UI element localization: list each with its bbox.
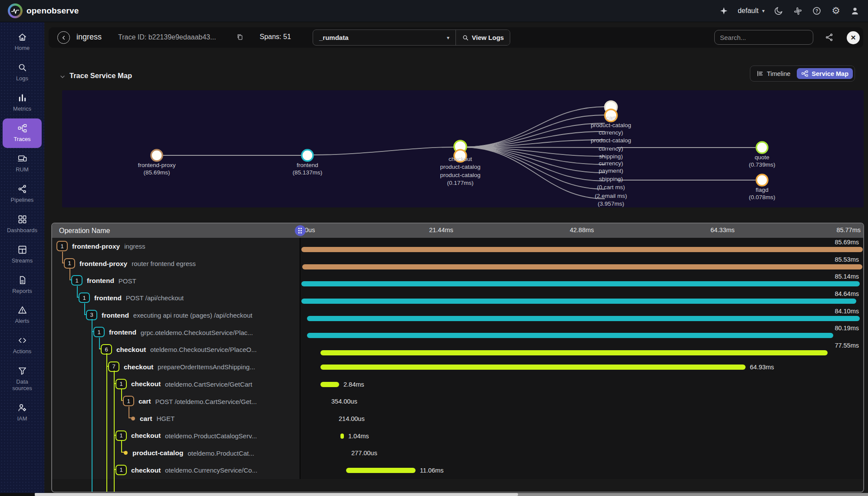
openobserve-logo — [8, 3, 23, 18]
span-row[interactable]: 1frontendPOST /api/checkout84.64ms — [52, 289, 863, 307]
sidebar-item-alerts[interactable]: Alerts — [3, 300, 42, 330]
service-node-flagd[interactable]: flagd(0.078ms) — [749, 174, 776, 200]
service-name: frontend — [87, 277, 114, 285]
user-avatar-icon[interactable] — [850, 6, 860, 16]
span-bar[interactable] — [320, 350, 828, 355]
services-cluster-node[interactable]: cartproduct-catalogcurrency)product-cata… — [591, 101, 631, 207]
service-map-toggle-button[interactable]: Service Map — [797, 68, 853, 79]
sidebar-item-metrics[interactable]: Metrics — [3, 88, 42, 118]
column-resize-handle[interactable] — [295, 225, 306, 236]
svg-text:frontend-proxy: frontend-proxy — [138, 162, 175, 168]
service-name: cart — [140, 415, 152, 423]
span-bar[interactable] — [302, 264, 862, 269]
span-duration: 64.93ms — [750, 364, 774, 371]
sidebar-item-traces[interactable]: Traces — [3, 118, 42, 148]
tree-connector-line — [106, 353, 107, 493]
org-name: default — [738, 7, 759, 15]
span-row[interactable]: 3frontendexecuting api route (pages) /ap… — [52, 307, 863, 324]
sidebar-item-reports[interactable]: Reports — [3, 270, 42, 300]
span-row[interactable]: 1frontend-proxyingress85.69ms — [52, 238, 863, 255]
child-count-badge: 1 — [56, 241, 68, 251]
close-button[interactable]: ✕ — [847, 31, 860, 44]
service-name: checkout — [131, 466, 161, 474]
span-duration: 77.55ms — [835, 342, 859, 349]
span-row[interactable]: 7checkoutprepareOrderItemsAndShipping...… — [52, 358, 863, 376]
sidebar-item-dashboards[interactable]: Dashboards — [3, 210, 42, 239]
span-bar[interactable] — [301, 247, 863, 252]
service-node-frontend[interactable]: frontend(85.137ms) — [293, 150, 322, 176]
span-row[interactable]: 1checkoutoteldemo.CartService/GetCart2.8… — [52, 376, 863, 393]
stream-select[interactable]: _rumdata ▾ — [313, 30, 455, 45]
dark-mode-icon[interactable] — [773, 6, 784, 16]
help-icon[interactable]: ? — [812, 6, 822, 16]
search-input[interactable] — [714, 30, 813, 45]
child-count-badge: 1 — [79, 292, 90, 303]
span-row[interactable]: 1frontendPOST85.14ms — [52, 272, 863, 289]
span-bar[interactable] — [346, 468, 416, 473]
service-node-frontend-proxy[interactable]: frontend-proxy(85.69ms) — [138, 150, 175, 176]
child-count-badge: 1 — [64, 258, 75, 269]
operation-name: oteldemo.ProductCatalogServ... — [165, 432, 257, 440]
service-map-canvas[interactable]: checkoutproduct-catalogproduct-catalog(0… — [62, 90, 864, 207]
span-row[interactable]: cartHGET214.00us — [52, 410, 863, 427]
sidebar-item-label: Data sources — [7, 379, 38, 392]
child-count-badge: 1 — [123, 396, 134, 406]
horizontal-scrollbar[interactable] — [35, 493, 868, 496]
metrics-icon — [17, 93, 27, 103]
sidebar-item-rum[interactable]: RUM — [3, 149, 42, 178]
waterfall-panel: Operation Name 0us21.44ms42.88ms64.33ms8… — [51, 223, 864, 493]
svg-text:product-catalog: product-catalog — [591, 137, 631, 144]
settings-gear-icon[interactable]: ⚙ — [831, 6, 841, 16]
brand-name: openobserve — [26, 6, 79, 16]
span-row[interactable]: 1cartPOST /oteldemo.CartService/Get...35… — [52, 393, 863, 410]
span-row[interactable]: 1frontend-proxyrouter frontend egress85.… — [52, 255, 863, 273]
span-bar[interactable] — [307, 316, 860, 321]
span-duration: 214.00us — [339, 415, 365, 422]
span-bar[interactable] — [301, 299, 856, 304]
child-count-badge: 1 — [116, 430, 127, 441]
sidebar-item-pipelines[interactable]: Pipelines — [3, 179, 42, 209]
svg-text:cart: cart — [606, 115, 616, 121]
service-name: frontend — [94, 294, 122, 302]
operation-name: POST /oteldemo.CartService/Get... — [155, 398, 257, 405]
tree-connector-line — [114, 371, 115, 493]
sidebar-item-iam[interactable]: IAM — [3, 398, 42, 427]
span-bar[interactable] — [340, 434, 344, 439]
sidebar-item-logs[interactable]: Logs — [3, 58, 42, 87]
org-selector[interactable]: default ▾ — [738, 7, 765, 15]
view-logs-button[interactable]: View Logs — [455, 30, 510, 45]
span-bar[interactable] — [320, 382, 339, 387]
sidebar-item-actions[interactable]: Actions — [3, 331, 42, 360]
collapse-chevron-icon[interactable] — [59, 73, 66, 80]
actions-icon — [17, 335, 27, 345]
tree-connector-line — [92, 319, 92, 493]
sidebar-item-home[interactable]: Home — [3, 27, 42, 57]
dashboards-icon — [17, 214, 27, 224]
svg-text:payment): payment) — [599, 168, 623, 174]
sparkle-icon[interactable] — [719, 6, 729, 16]
operation-name: executing api route (pages) /api/checkou… — [133, 312, 252, 319]
chevron-down-icon: ▾ — [447, 35, 449, 41]
span-duration: 85.69ms — [835, 239, 859, 246]
timeline-toggle-button[interactable]: Timeline — [752, 68, 795, 79]
operation-name: oteldemo.CurrencyService/Co... — [165, 466, 257, 474]
sidebar-item-streams[interactable]: Streams — [3, 240, 42, 269]
slack-icon[interactable] — [792, 6, 803, 16]
span-row[interactable]: 6checkoutoteldemo.CheckoutService/PlaceO… — [52, 341, 863, 358]
chevron-down-icon: ▾ — [762, 8, 765, 14]
span-row[interactable]: product-catalogoteldemo.ProductCat...277… — [52, 444, 863, 462]
sidebar-item-data-sources[interactable]: Data sources — [3, 361, 42, 397]
service-node-quote[interactable]: quote(0.739ms) — [749, 142, 776, 168]
share-icon[interactable] — [825, 33, 834, 42]
span-duration: 84.10ms — [835, 308, 859, 315]
scrollbar-thumb[interactable] — [35, 493, 518, 496]
copy-icon[interactable] — [236, 33, 244, 41]
back-button[interactable] — [57, 31, 70, 44]
sidebar-item-label: RUM — [16, 167, 29, 173]
span-row[interactable]: 1checkoutoteldemo.CurrencyService/Co...1… — [52, 462, 863, 479]
span-row[interactable]: 1frontendgrpc.oteldemo.CheckoutService/P… — [52, 324, 863, 341]
span-bar[interactable] — [320, 365, 746, 370]
span-bar[interactable] — [301, 281, 860, 286]
span-bar[interactable] — [307, 333, 833, 338]
span-row[interactable]: 1checkoutoteldemo.ProductCatalogServ...1… — [52, 427, 863, 445]
